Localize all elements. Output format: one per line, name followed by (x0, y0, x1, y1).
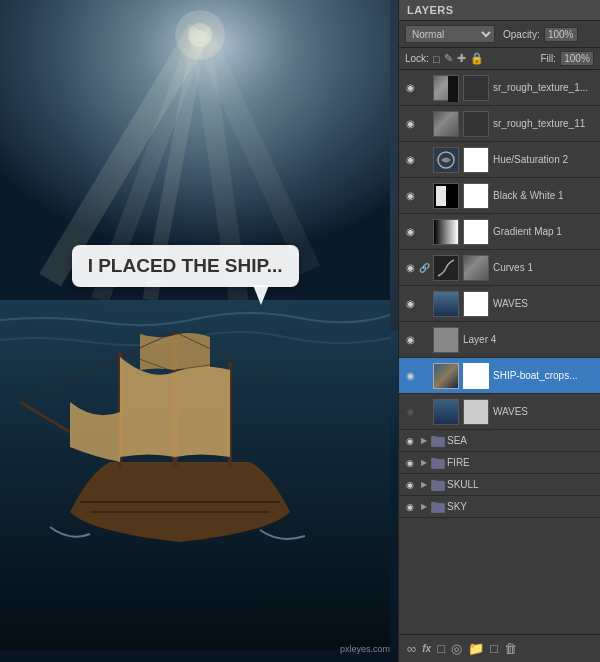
visibility-icon[interactable]: ◉ (403, 189, 417, 203)
layer-item[interactable]: ◉ 🔗 Curves 1 (399, 250, 600, 286)
visibility-icon[interactable]: ◉ (403, 261, 417, 275)
layer-mask-thumbnail (463, 363, 489, 389)
folder-icon (431, 434, 445, 448)
layer-name: Gradient Map 1 (493, 226, 596, 237)
chain-icon (419, 153, 429, 167)
svg-rect-19 (446, 186, 456, 206)
chain-icon (419, 369, 429, 383)
layer-name: FIRE (447, 457, 596, 468)
visibility-icon[interactable]: ◉ (403, 434, 417, 448)
move-lock-icon[interactable]: ✚ (457, 52, 466, 65)
chain-icon (419, 117, 429, 131)
visibility-icon[interactable]: ◉ (403, 117, 417, 131)
panel-title: LAYERS (407, 4, 454, 16)
footer-icons: ∞ fx □ ◎ 📁 □ 🗑 (407, 641, 517, 656)
visibility-icon[interactable]: ◉ (403, 81, 417, 95)
layer-item[interactable]: ◉ Gradient Map 1 (399, 214, 600, 250)
layer-group-item[interactable]: ◉ ▶ SKY (399, 496, 600, 518)
layer-name: Layer 4 (463, 334, 596, 345)
lock-row: Lock: □ ✎ ✚ 🔒 Fill: 100% (399, 48, 600, 70)
layer-name: sr_rough_texture_11 (493, 118, 596, 129)
layer-item[interactable]: ◉ WAVES (399, 286, 600, 322)
visibility-icon[interactable]: ◉ (403, 405, 417, 419)
new-layer-icon[interactable]: □ (490, 641, 498, 656)
layer-item-active[interactable]: ◉ SHIP-boat_crops... (399, 358, 600, 394)
layer-group-item[interactable]: ◉ ▶ SKULL (399, 474, 600, 496)
chain-icon (419, 81, 429, 95)
layer-thumbnail (433, 327, 459, 353)
folder-icon (431, 500, 445, 514)
layer-item[interactable]: ◉ Black & White 1 (399, 178, 600, 214)
fill-label: Fill: (540, 53, 556, 64)
layer-group-item[interactable]: ◉ ▶ SEA (399, 430, 600, 452)
layer-mask-thumbnail (463, 255, 489, 281)
folder-icon (431, 478, 445, 492)
visibility-icon[interactable]: ◉ (403, 225, 417, 239)
expand-arrow-icon[interactable]: ▶ (419, 434, 429, 448)
layer-item[interactable]: ◉ sr_rough_texture_1... (399, 70, 600, 106)
layer-thumbnail (433, 291, 459, 317)
expand-arrow-icon[interactable]: ▶ (419, 478, 429, 492)
expand-arrow-icon[interactable]: ▶ (419, 500, 429, 514)
layer-mask-thumbnail (463, 399, 489, 425)
folder-icon (431, 456, 445, 470)
layer-item[interactable]: ◉ Hue/Saturation 2 (399, 142, 600, 178)
layer-mask-thumbnail (463, 147, 489, 173)
adjustment-icon[interactable]: ◎ (451, 641, 462, 656)
panel-header: LAYERS (399, 0, 600, 21)
visibility-icon[interactable]: ◉ (403, 297, 417, 311)
chain-icon (419, 333, 429, 347)
sky-bg (0, 0, 398, 364)
mask-icon[interactable]: □ (437, 641, 445, 656)
fx-icon[interactable]: fx (422, 643, 431, 654)
opacity-label: Opacity: (503, 29, 540, 40)
lock-label: Lock: (405, 53, 429, 64)
layer-name: SEA (447, 435, 596, 446)
layer-thumbnail (433, 399, 459, 425)
chain-icon (419, 405, 429, 419)
layer-name: SKY (447, 501, 596, 512)
layer-thumbnail (433, 255, 459, 281)
layer-item[interactable]: ◉ Layer 4 (399, 322, 600, 358)
link-layers-icon[interactable]: ∞ (407, 641, 416, 656)
ocean-bg (0, 331, 398, 662)
layer-name: Hue/Saturation 2 (493, 154, 596, 165)
visibility-icon[interactable]: ◉ (403, 153, 417, 167)
blend-mode-row: Normal Multiply Screen Overlay Opacity: … (399, 21, 600, 48)
layer-thumbnail (433, 219, 459, 245)
chain-icon (419, 189, 429, 203)
all-lock-icon[interactable]: 🔒 (470, 52, 484, 65)
layer-mask-thumbnail (463, 183, 489, 209)
layer-name: Black & White 1 (493, 190, 596, 201)
visibility-icon[interactable]: ◉ (403, 500, 417, 514)
visibility-icon[interactable]: ◉ (403, 333, 417, 347)
expand-arrow-icon[interactable]: ▶ (419, 456, 429, 470)
visibility-icon[interactable]: ◉ (403, 456, 417, 470)
fill-input[interactable]: 100% (560, 51, 594, 66)
delete-layer-icon[interactable]: 🗑 (504, 641, 517, 656)
brush-lock-icon[interactable]: ✎ (444, 52, 453, 65)
opacity-input[interactable]: 100% (544, 27, 578, 42)
folder-icon[interactable]: 📁 (468, 641, 484, 656)
blend-mode-select[interactable]: Normal Multiply Screen Overlay (405, 25, 495, 43)
layer-name: Curves 1 (493, 262, 596, 273)
layer-mask-thumbnail (463, 111, 489, 137)
layer-item[interactable]: ◉ WAVES (399, 394, 600, 430)
svg-rect-18 (436, 186, 446, 206)
watermark: pxleyes.com (340, 644, 390, 654)
layers-panel: LAYERS Normal Multiply Screen Overlay Op… (398, 0, 600, 662)
layer-thumbnail (433, 363, 459, 389)
layer-item[interactable]: ◉ sr_rough_texture_11 (399, 106, 600, 142)
layer-name: SKULL (447, 479, 596, 490)
visibility-icon[interactable]: ◉ (403, 478, 417, 492)
speech-bubble-text: I PLACED THE SHIP... (88, 255, 283, 276)
layer-name: SHIP-boat_crops... (493, 370, 596, 381)
layers-list[interactable]: ◉ sr_rough_texture_1... ◉ sr_rough_textu… (399, 70, 600, 634)
layer-group-item[interactable]: ◉ ▶ FIRE (399, 452, 600, 474)
layer-thumbnail (433, 111, 459, 137)
visibility-icon[interactable]: ◉ (403, 369, 417, 383)
layer-thumbnail (433, 183, 459, 209)
lock-icon[interactable]: □ (433, 53, 440, 65)
canvas-area: I PLACED THE SHIP... pxleyes.com (0, 0, 398, 662)
chain-icon (419, 225, 429, 239)
